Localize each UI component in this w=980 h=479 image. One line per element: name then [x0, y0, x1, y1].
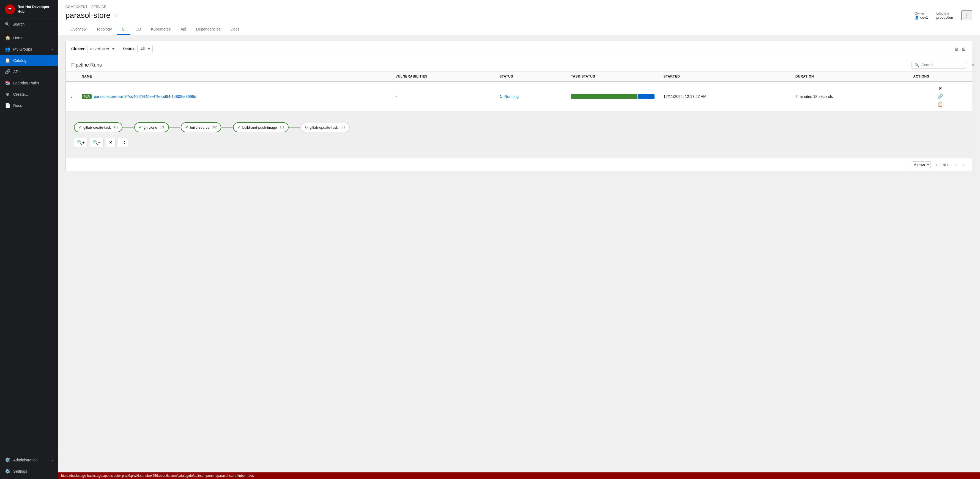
pipeline-detail-cell: ✔ gitlab-create-task 1/1 › — [66, 111, 972, 158]
col-vulnerabilities: VULNERABILITIES — [391, 72, 495, 81]
sidebar-item-learning-paths[interactable]: 📚 Learning Paths — [0, 77, 58, 89]
pipeline-diagram: ✔ gitlab-create-task 1/1 › — [66, 111, 972, 158]
sidebar-bottom: ⚙️ Administration › ⚙️ Settings — [0, 452, 58, 479]
reset-zoom-button[interactable]: ✕ — [106, 138, 116, 147]
sidebar-item-settings-label: Settings — [13, 469, 27, 474]
fullscreen-button[interactable]: ⛶ — [118, 138, 128, 147]
row-status-cell: ↻ Running — [495, 81, 566, 111]
tab-cd[interactable]: CD — [130, 24, 146, 35]
next-page-button[interactable]: › — [961, 161, 967, 168]
sidebar-item-administration-label: Administration — [13, 458, 38, 462]
sidebar-item-catalog[interactable]: 📋 Catalog — [0, 55, 58, 66]
cluster-filter-select[interactable]: dev-cluster — [87, 45, 117, 53]
pipeline-runs-title: Pipeline Runs — [71, 62, 102, 68]
plr-badge: PLR — [82, 94, 92, 99]
sidebar-item-catalog-label: Catalog — [13, 58, 26, 63]
more-options-button[interactable]: ⋮ — [961, 10, 972, 21]
chevron-right-icon-admin: › — [52, 458, 53, 462]
status-filter-group: Status All — [123, 45, 153, 53]
pipeline-node-build-source[interactable]: ✔ build-source 2/2 — [181, 122, 221, 132]
tab-docs[interactable]: Docs — [226, 24, 244, 35]
sidebar-logo-text: Red Hat Developer Hub — [18, 5, 53, 14]
sidebar-item-administration[interactable]: ⚙️ Administration › — [0, 454, 58, 466]
pipeline-node-build-and-push-image[interactable]: ✔ build-and-push-image 1/1 — [233, 122, 289, 132]
pipeline-runs-table: NAME VULNERABILITIES STATUS TASK STATUS … — [66, 72, 972, 158]
prev-page-button[interactable]: ‹ — [954, 161, 959, 168]
pipeline-search-box[interactable]: 🔍 ✕ — [912, 61, 967, 69]
sidebar-item-my-groups[interactable]: 👥 My Groups › — [0, 43, 58, 55]
lifecycle-label: Lifecycle — [936, 11, 949, 16]
page-header: COMPONENT – SERVICE parasol-store ☆ Owne… — [58, 0, 980, 35]
running-spin-icon: ↻ — [500, 94, 503, 99]
zoom-in-button[interactable]: 🔍+ — [74, 138, 88, 147]
sidebar-item-home[interactable]: 🏠 Home — [0, 32, 58, 43]
sidebar-search-label: Search — [13, 22, 24, 26]
view-output-icon[interactable]: ⊡ — [938, 85, 943, 92]
row-chevron-icon[interactable]: ∨ — [70, 94, 73, 99]
sidebar-item-create[interactable]: ⊕ Create... — [0, 89, 58, 100]
connector-2: › — [169, 125, 181, 130]
collapse-button[interactable]: ⊠ — [954, 46, 959, 52]
node-check-icon-2: ✔ — [138, 125, 142, 130]
administration-icon: ⚙️ — [5, 457, 10, 463]
sidebar-item-settings[interactable]: ⚙️ Settings — [0, 466, 58, 477]
zoom-out-button[interactable]: 🔍− — [90, 138, 104, 147]
create-icon: ⊕ — [5, 92, 10, 97]
learning-paths-icon: 📚 — [5, 80, 10, 86]
groups-icon: 👥 — [5, 46, 10, 52]
pipeline-search-input[interactable] — [921, 63, 970, 67]
tab-ci[interactable]: CI — [117, 24, 130, 35]
node-label-2: git-clone — [144, 125, 157, 130]
tab-overview[interactable]: Overview — [65, 24, 91, 35]
favorite-star-icon[interactable]: ☆ — [114, 12, 119, 19]
owner-meta: Owner 👤 dev1 — [915, 11, 928, 19]
pipeline-node-git-clone[interactable]: ✔ git-clone 1/1 — [134, 122, 169, 132]
sidebar-nav: 🏠 Home 👥 My Groups › 📋 Catalog 🔗 APIs 📚 … — [0, 30, 58, 452]
tab-api[interactable]: Api — [175, 24, 191, 35]
sidebar: Red Hat Developer Hub 🔍 Search 🏠 Home 👥 … — [0, 0, 58, 479]
status-filter-select[interactable]: All — [137, 45, 153, 53]
catalog-icon: 📋 — [5, 58, 10, 63]
pipeline-table-container: Pipeline Runs 🔍 ✕ NAME VULNERABILITIES S… — [65, 57, 972, 171]
logs-icon[interactable]: 📋 — [937, 101, 944, 108]
sidebar-item-home-label: Home — [13, 36, 23, 40]
page-title: parasol-store ☆ — [65, 11, 119, 20]
table-body: ∨ PLR parasol-store-build-7cd40d2f-f45e-… — [66, 81, 972, 158]
sidebar-item-docs[interactable]: 📄 Docs — [0, 100, 58, 111]
pipeline-node-gitlab-create-task[interactable]: ✔ gitlab-create-task 1/1 — [74, 122, 123, 132]
sidebar-item-apis[interactable]: 🔗 APIs — [0, 66, 58, 77]
row-actions-cell: ⊡ 🔗 📋 — [909, 81, 972, 111]
header-meta: Owner 👤 dev1 Lifecycle production ⋮ — [915, 10, 972, 21]
node-count-3: 2/2 — [212, 125, 217, 129]
settings-icon: ⚙️ — [5, 469, 10, 474]
tab-topology[interactable]: Topology — [91, 24, 117, 35]
col-status: STATUS — [495, 72, 566, 81]
tab-dependencies[interactable]: Dependencies — [191, 24, 226, 35]
connector-3: › — [221, 125, 233, 130]
rows-per-page-select[interactable]: 5 rows — [912, 162, 931, 168]
status-running: ↻ Running — [500, 94, 562, 99]
pipeline-name-container: PLR parasol-store-build-7cd40d2f-f45e-47… — [82, 94, 387, 99]
sidebar-item-docs-label: Docs — [13, 103, 22, 108]
table-footer: 5 rows 1–1 of 1 ‹ › — [66, 158, 972, 171]
pipeline-flow: ✔ gitlab-create-task 1/1 › — [74, 122, 964, 132]
search-clear-icon[interactable]: ✕ — [972, 63, 975, 67]
expand-button[interactable]: ⊞ — [961, 46, 967, 52]
col-task-status: TASK STATUS — [566, 72, 659, 81]
pipeline-detail-row: ✔ gitlab-create-task 1/1 › — [66, 111, 972, 158]
row-duration-cell: 2 minutes 18 seconds — [791, 81, 909, 111]
col-expand — [66, 72, 77, 81]
main-content: COMPONENT – SERVICE parasol-store ☆ Owne… — [58, 0, 980, 479]
node-check-icon-1: ✔ — [78, 125, 82, 130]
owner-value: 👤 dev1 — [915, 16, 928, 19]
row-vulnerabilities-cell: - — [391, 81, 495, 111]
node-label-1: gitlab-create-task — [83, 125, 111, 130]
link-icon[interactable]: 🔗 — [937, 93, 944, 100]
node-label-4: build-and-push-image — [242, 125, 277, 130]
sidebar-search-button[interactable]: 🔍 Search — [0, 18, 58, 30]
pipeline-run-name[interactable]: parasol-store-build-7cd40d2f-f45e-47fe-b… — [94, 94, 196, 99]
collapse-buttons: ⊠ ⊞ — [954, 46, 967, 52]
tab-kubernetes[interactable]: Kubernetes — [146, 24, 176, 35]
row-task-status-cell — [566, 81, 659, 111]
pipeline-node-gitlab-update-task[interactable]: ↻ gitlab-update-task 0/1 — [301, 123, 350, 132]
